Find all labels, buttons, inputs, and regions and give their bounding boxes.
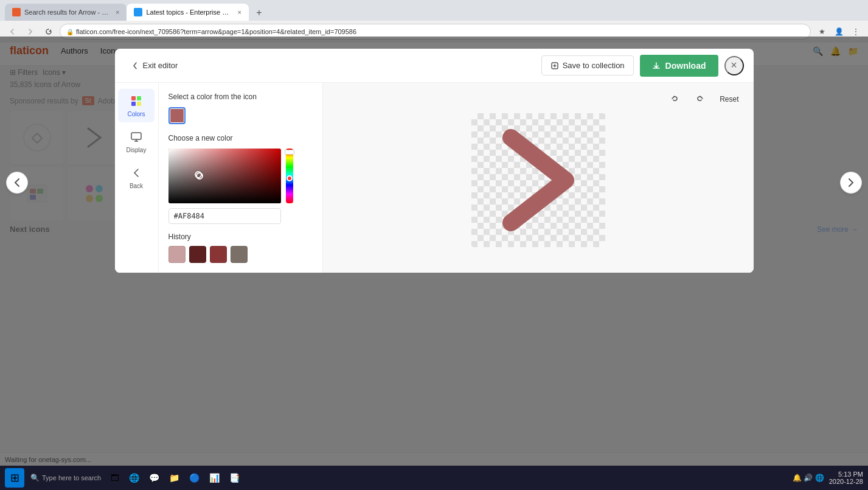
back-tool[interactable]: Back [118,161,155,194]
modal-close-button[interactable]: × [724,56,744,75]
excel-icon: 📊 [209,473,220,483]
save-collection-label: Save to collection [563,61,625,70]
exit-icon [131,61,139,70]
display-label: Display [127,147,147,153]
history-swatch-2[interactable] [189,246,206,263]
svg-rect-52 [131,102,136,106]
teams-icon: 💬 [149,473,159,483]
new-tab-button[interactable]: + [251,5,267,21]
taskbar-ppt[interactable]: 📑 [226,468,243,488]
download-button[interactable]: Download [640,55,718,77]
svg-rect-50 [131,96,136,100]
preview-toolbar: Reset [666,93,743,106]
taskbar-excel[interactable]: 📊 [206,468,223,488]
choose-color-title: Choose a new color [168,134,313,142]
arrow-preview-svg [493,125,584,235]
ppt-icon: 📑 [229,473,240,483]
browser-tabs: Search results for Arrow - Flaticon × La… [0,0,868,21]
display-tool[interactable]: Display [118,125,155,158]
taskbar-edge[interactable]: 🌐 [125,468,143,488]
color-swatches [168,107,313,124]
explorer-icon: 📁 [169,473,179,483]
undo-button[interactable] [666,93,684,106]
taskbar-time: 5:13 PM [829,471,863,478]
svg-rect-53 [137,102,141,106]
tab-1-close[interactable]: × [116,9,119,16]
taskbar-search-icon: 🔍 [30,474,40,482]
taskbar-right: 🔔 🔊 🌐 5:13 PM 2020-12-28 [793,471,863,485]
icon-canvas [471,113,605,247]
back-icon [129,166,144,180]
taskbar-task-view[interactable]: 🗔 [107,468,123,488]
exit-editor-button[interactable]: Exit editor [125,57,184,74]
task-view-icon: 🗔 [111,473,119,483]
colors-label: Colors [128,111,145,117]
svg-rect-54 [131,133,141,139]
prev-arrow-button[interactable] [6,172,28,194]
hex-input[interactable] [168,208,281,224]
history-swatches [168,246,313,263]
hue-strip[interactable] [286,149,293,203]
save-to-collection-button[interactable]: Save to collection [541,55,634,75]
reset-button[interactable]: Reset [715,93,743,106]
editor-modal: Exit editor Save to collection Download … [115,49,754,273]
select-color-title: Select a color from the icon [168,93,313,101]
url-text: flaticon.com/free-icon/next_709586?term=… [76,28,356,35]
download-label: Download [665,61,706,71]
exit-label: Exit editor [143,61,178,70]
lock-icon: 🔒 [66,29,74,35]
modal-header-left: Exit editor [125,57,184,74]
colors-icon [129,94,144,108]
taskbar-clock: 5:13 PM 2020-12-28 [829,471,863,485]
back-label: Back [130,183,143,189]
hue-dot [286,175,293,181]
display-icon [129,130,144,144]
start-button[interactable]: ⊞ [5,468,24,488]
history-swatch-3[interactable] [210,246,227,263]
hue-strip-thumb [285,150,294,155]
tab-2-label: Latest topics - Enterprise DNA Fo... [146,9,231,16]
taskbar: ⊞ 🔍 Type here to search 🗔 🌐 💬 📁 🔵 📊 📑 🔔 … [0,466,868,490]
color-gradient-picker[interactable] [168,149,281,203]
taskbar-search[interactable]: 🔍 Type here to search [27,468,105,488]
colors-tool[interactable]: Colors [118,89,155,122]
tab-1-favicon [12,8,21,16]
close-icon: × [731,59,737,72]
modal-body: Colors Display [115,83,754,273]
browser-tab-1[interactable]: Search results for Arrow - Flaticon × [5,4,127,21]
taskbar-date: 2020-12-28 [829,478,863,485]
tab-2-favicon [134,8,142,16]
next-arrow-button[interactable] [840,172,862,194]
history-swatch-4[interactable] [231,246,248,263]
tab-2-close[interactable]: × [237,9,241,16]
taskbar-explorer[interactable]: 📁 [165,468,183,488]
chrome-icon: 🔵 [189,473,200,483]
taskbar-tray: 🔔 🔊 🌐 [793,474,824,482]
icon-preview-area: Reset [323,83,754,273]
browser-tab-2[interactable]: Latest topics - Enterprise DNA Fo... × [127,4,248,21]
redo-button[interactable] [690,93,709,106]
modal-overlay: Exit editor Save to collection Download … [0,37,868,490]
history-swatch-1[interactable] [168,246,186,263]
color-editor-panel: Select a color from the icon Choose a ne… [159,83,323,273]
modal-header: Exit editor Save to collection Download … [115,49,754,83]
taskbar-chrome[interactable]: 🔵 [186,468,203,488]
editor-sidebar: Colors Display [115,83,159,273]
color-swatch-1[interactable] [168,107,186,124]
tab-1-label: Search results for Arrow - Flaticon [24,9,109,16]
undo-icon [671,95,679,103]
save-icon [550,61,559,70]
modal-header-right: Save to collection Download × [541,55,744,77]
taskbar-search-text[interactable]: Type here to search [42,474,101,481]
download-icon [652,61,661,70]
redo-icon [695,95,704,103]
hex-input-container [168,208,313,224]
browser-chrome: Search results for Arrow - Flaticon × La… [0,0,868,37]
edge-icon: 🌐 [129,473,139,483]
svg-rect-51 [137,96,141,100]
history-title: History [168,233,313,241]
taskbar-teams[interactable]: 💬 [145,468,163,488]
